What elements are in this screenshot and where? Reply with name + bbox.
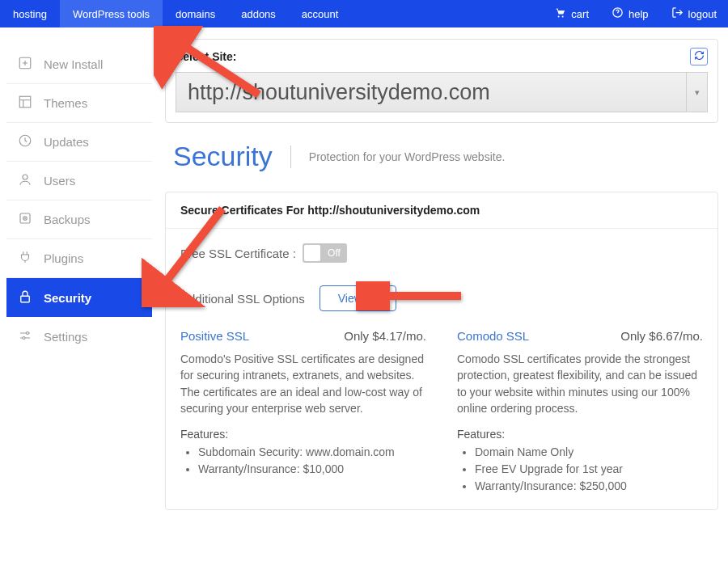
free-ssl-row: Free SSL Certificate : Off [180, 243, 703, 263]
chevron-down-icon: ▾ [686, 73, 707, 112]
main-content: Select Site: http://shoutuniversitydemo.… [152, 27, 728, 510]
product-features: Domain Name Only Free EV Upgrade for 1st… [457, 444, 703, 495]
site-select-box: Select Site: http://shoutuniversitydemo.… [165, 39, 718, 123]
additional-ssl-row: Additional SSL Options View All [180, 285, 703, 311]
certificates-panel: Secure Certificates For http://shoutuniv… [165, 192, 718, 510]
select-site-label: Select Site: [176, 50, 236, 63]
sidebar-item-users[interactable]: Users [6, 162, 152, 200]
logout-link[interactable]: logout [660, 0, 728, 27]
svg-point-9 [25, 218, 26, 219]
product-features-heading: Features: [180, 428, 426, 441]
product-features-heading: Features: [457, 428, 703, 441]
sidebar-item-new-install[interactable]: New Install [6, 45, 152, 84]
svg-point-11 [27, 331, 29, 334]
layout-icon [18, 95, 32, 112]
plug-icon [18, 250, 32, 267]
sidebar-item-label: Users [44, 174, 75, 188]
sidebar-item-themes[interactable]: Themes [6, 84, 152, 123]
site-select-dropdown[interactable]: http://shoutuniversitydemo.com ▾ [176, 72, 708, 112]
svg-point-1 [562, 16, 564, 18]
site-select-value: http://shoutuniversitydemo.com [188, 80, 490, 105]
sidebar-item-security[interactable]: Security [6, 278, 152, 317]
topnav-account[interactable]: account [289, 0, 352, 27]
sidebar-item-label: Backups [44, 213, 91, 226]
clock-icon [18, 133, 32, 150]
feature-item: Subdomain Security: www.domain.com [198, 444, 426, 461]
toggle-state-label: Off [328, 247, 341, 259]
topnav-domains[interactable]: domains [163, 0, 228, 27]
svg-point-6 [23, 175, 28, 179]
refresh-icon [694, 50, 705, 63]
sliders-icon [18, 328, 32, 345]
sidebar-item-label: New Install [44, 57, 103, 71]
sidebar-item-settings[interactable]: Settings [6, 317, 152, 356]
sidebar-item-label: Settings [44, 330, 87, 344]
product-price: Only $4.17/mo. [344, 329, 426, 343]
sidebar-item-plugins[interactable]: Plugins [6, 239, 152, 278]
lock-icon [18, 289, 32, 306]
refresh-button[interactable] [690, 48, 708, 65]
svg-point-12 [23, 336, 25, 339]
topnav-addons[interactable]: addons [228, 0, 289, 27]
product-positive-ssl: Positive SSL Only $4.17/mo. Comodo's Pos… [180, 329, 426, 495]
top-nav: hosting WordPress tools domains addons a… [0, 0, 351, 27]
free-ssl-toggle[interactable]: Off [303, 243, 347, 263]
page-subtitle: Protection for your WordPress website. [290, 146, 506, 168]
page-heading: Security Protection for your WordPress w… [173, 141, 718, 172]
help-label: help [629, 8, 649, 20]
product-desc: Comodo's Positive SSL certificates are d… [180, 351, 426, 416]
user-icon [18, 172, 32, 189]
top-bar: hosting WordPress tools domains addons a… [0, 0, 728, 27]
cart-link[interactable]: cart [543, 0, 600, 27]
disk-icon [18, 211, 32, 228]
sidebar-item-label: Updates [44, 135, 89, 149]
page-title: Security [173, 141, 290, 172]
ssl-products: Positive SSL Only $4.17/mo. Comodo's Pos… [180, 329, 703, 495]
panel-heading: Secure Certificates For http://shoutuniv… [166, 192, 717, 229]
topnav-hosting[interactable]: hosting [0, 0, 60, 27]
cart-icon [554, 6, 566, 21]
product-name[interactable]: Positive SSL [180, 329, 249, 343]
topnav-wordpress-tools[interactable]: WordPress tools [60, 0, 163, 27]
sidebar: New Install Themes Updates Users Backups… [0, 27, 152, 510]
product-comodo-ssl: Comodo SSL Only $6.67/mo. Comodo SSL cer… [457, 329, 703, 495]
feature-item: Warranty/Insurance: $250,000 [475, 478, 703, 495]
help-icon [612, 6, 624, 21]
additional-ssl-label: Additional SSL Options [180, 292, 305, 306]
svg-rect-10 [21, 296, 30, 302]
sidebar-item-updates[interactable]: Updates [6, 123, 152, 162]
feature-item: Free EV Upgrade for 1st year [475, 461, 703, 478]
svg-point-0 [558, 16, 560, 18]
cart-label: cart [571, 8, 589, 20]
view-all-button[interactable]: View All [320, 285, 396, 311]
product-name[interactable]: Comodo SSL [457, 329, 529, 343]
plus-square-icon [18, 56, 32, 73]
feature-item: Domain Name Only [475, 444, 703, 461]
help-link[interactable]: help [600, 0, 660, 27]
sidebar-item-label: Plugins [44, 251, 83, 265]
sidebar-item-label: Themes [44, 96, 87, 110]
top-utils: cart help logout [543, 0, 728, 27]
logout-label: logout [688, 8, 717, 20]
product-desc: Comodo SSL certificates provide the stro… [457, 351, 703, 416]
free-ssl-label: Free SSL Certificate : [180, 247, 296, 260]
svg-rect-4 [19, 96, 31, 108]
sidebar-item-label: Security [44, 291, 91, 305]
sidebar-item-backups[interactable]: Backups [6, 200, 152, 239]
product-features: Subdomain Security: www.domain.com Warra… [180, 444, 426, 478]
feature-item: Warranty/Insurance: $10,000 [198, 461, 426, 478]
product-price: Only $6.67/mo. [620, 329, 703, 343]
toggle-knob [304, 245, 320, 261]
logout-icon [671, 6, 684, 21]
